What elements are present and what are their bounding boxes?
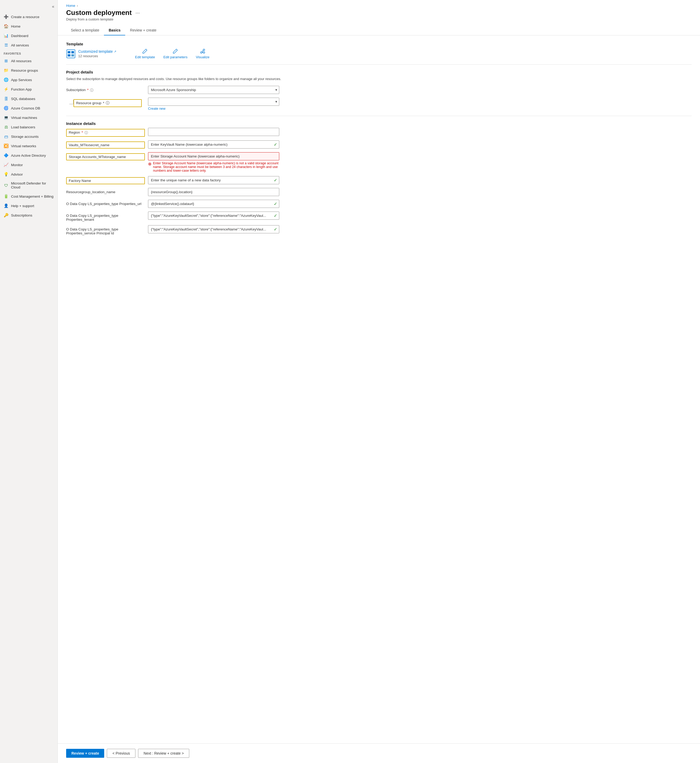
sidebar-item-app-services[interactable]: 🌐App Services <box>0 75 58 84</box>
field-input-region[interactable] <box>148 128 279 136</box>
field-control-region <box>148 128 279 136</box>
sidebar-item-monitor[interactable]: 📈Monitor <box>0 160 58 170</box>
tab-select-template[interactable]: Select a template <box>66 25 104 36</box>
sidebar-collapse-area: « <box>0 2 58 12</box>
field-row-vaults-name: Vaults_MTkvsecret_nameEnter KeyVault Nam… <box>66 141 692 149</box>
visualize-action[interactable]: Visualize <box>196 48 209 59</box>
svg-rect-1 <box>68 51 70 53</box>
sidebar-icon-home: 🏠 <box>4 24 8 29</box>
template-section-title: Template <box>66 42 692 46</box>
field-label-vaults-name: Vaults_MTkvsecret_name <box>66 141 145 149</box>
field-check-icon-vaults-name: ✓ <box>274 142 277 147</box>
sidebar-item-microsoft-defender[interactable]: 🛡Microsoft Defender for Cloud <box>0 179 58 192</box>
field-label-text-storage-name: Storage Accounts_MTstorage_name <box>69 155 126 159</box>
svg-rect-4 <box>71 54 74 56</box>
sidebar-icon-sql-databases: 🗄 <box>4 96 8 101</box>
project-details-title: Project details <box>66 70 692 74</box>
sidebar-item-azure-cosmos-db[interactable]: 🌀Azure Cosmos DB <box>0 103 58 113</box>
subscription-info-icon[interactable]: ⓘ <box>90 88 94 93</box>
subscription-required: * <box>87 88 89 92</box>
create-new-link[interactable]: Create new <box>148 106 279 111</box>
field-control-vaults-name: Enter KeyVault Name (lowercase alpha-num… <box>148 141 279 149</box>
sidebar-item-resource-groups[interactable]: 📁Resource groups <box>0 66 58 75</box>
template-name-link[interactable]: Customized template ↗ <box>78 49 116 53</box>
sidebar: « ➕Create a resource🏠Home📊Dashboard☰All … <box>0 0 58 763</box>
sidebar-item-sql-databases[interactable]: 🗄SQL databases <box>0 94 58 103</box>
resource-group-info-icon[interactable]: ⓘ <box>106 101 109 106</box>
field-control-rg-location <box>148 188 279 196</box>
breadcrumb-home[interactable]: Home <box>66 4 75 8</box>
resource-group-required: * <box>103 101 104 105</box>
sidebar-icon-function-app: ⚡ <box>4 87 8 92</box>
sidebar-item-storage-accounts[interactable]: 🗃Storage accounts <box>0 132 58 141</box>
breadcrumb-separator: › <box>77 4 78 8</box>
edit-parameters-label: Edit parameters <box>163 55 188 59</box>
visualize-label: Visualize <box>196 55 209 59</box>
sidebar-icon-cost-management: 🔋 <box>4 194 8 199</box>
field-select-odata-principal[interactable]: {"type":"AzureKeyVaultSecret","store":{"… <box>148 225 279 233</box>
resource-group-select[interactable] <box>148 98 279 106</box>
breadcrumb: Home › <box>58 0 700 8</box>
field-control-storage-name: ⊗Enter Storage Account Name (lowercase a… <box>148 152 279 172</box>
collapse-button[interactable]: « <box>51 3 55 10</box>
sidebar-label-dashboard: Dashboard <box>11 34 28 38</box>
field-label-text-region: Region <box>69 130 80 134</box>
sidebar-item-function-app[interactable]: ⚡Function App <box>0 84 58 94</box>
field-select-factory-name[interactable]: Enter the unique name of a new data fact… <box>148 176 279 184</box>
sidebar-item-cost-management[interactable]: 🔋Cost Management + Billing <box>0 192 58 201</box>
sidebar-item-all-resources[interactable]: ⊞All resources <box>0 56 58 66</box>
field-select-odata-url[interactable]: @{linkedService().odataurl} <box>148 200 279 208</box>
field-input-storage-name[interactable] <box>148 152 279 160</box>
sidebar-item-load-balancers[interactable]: ⚖Load balancers <box>0 122 58 132</box>
template-resources: 12 resources <box>78 54 116 58</box>
field-select-odata-tenant[interactable]: {"type":"AzureKeyVaultSecret","store":{"… <box>148 211 279 220</box>
next-button[interactable]: Next : Review + create > <box>138 749 189 758</box>
sidebar-label-azure-active-directory: Azure Active Directory <box>11 153 46 158</box>
field-label-rg-location: Resourcegroup_location_name <box>66 188 145 194</box>
field-input-rg-location[interactable] <box>148 188 279 196</box>
sidebar-item-virtual-machines[interactable]: 💻Virtual machines <box>0 113 58 122</box>
error-icon-storage-name: ⊗ <box>148 161 152 166</box>
sidebar-label-sql-databases: SQL databases <box>11 97 36 101</box>
project-details-desc: Select the subscription to manage deploy… <box>66 77 692 81</box>
field-control-odata-url: @{linkedService().odataurl}✓ <box>148 200 279 208</box>
field-label-region: Region*ⓘ <box>66 129 145 137</box>
sidebar-label-azure-cosmos-db: Azure Cosmos DB <box>11 106 40 110</box>
field-check-icon-odata-principal: ✓ <box>274 227 277 232</box>
sidebar-item-home[interactable]: 🏠Home <box>0 22 58 31</box>
edit-parameters-action[interactable]: Edit parameters <box>163 48 188 59</box>
field-check-icon-odata-url: ✓ <box>274 201 277 206</box>
field-select-vaults-name[interactable]: Enter KeyVault Name (lowercase alpha-num… <box>148 141 279 149</box>
field-info-icon-region[interactable]: ⓘ <box>84 130 88 135</box>
more-options-button[interactable]: ··· <box>134 10 141 16</box>
sidebar-item-help-support[interactable]: 👤Help + support <box>0 201 58 211</box>
sidebar-icon-load-balancers: ⚖ <box>4 125 8 130</box>
sidebar-item-advisor[interactable]: 💡Advisor <box>0 170 58 179</box>
tab-review-create[interactable]: Review + create <box>125 25 161 36</box>
sidebar-icon-microsoft-defender: 🛡 <box>4 183 8 188</box>
field-label-text-factory-name: Factory Name <box>69 179 91 183</box>
resource-group-control: ▾ Create new <box>148 98 279 111</box>
tab-basics[interactable]: Basics <box>104 25 125 36</box>
content-area: Template Cus <box>58 36 700 743</box>
sidebar-icon-resource-groups: 📁 <box>4 68 8 73</box>
field-label-text-odata-tenant: O Data Copy LS_properties_type Propertie… <box>66 214 145 222</box>
field-control-odata-tenant: {"type":"AzureKeyVaultSecret","store":{"… <box>148 211 279 220</box>
review-create-button[interactable]: Review + create <box>66 749 104 758</box>
tabs-bar: Select a templateBasicsReview + create <box>58 25 700 36</box>
sidebar-item-all-services[interactable]: ☰All services <box>0 41 58 50</box>
project-details-section: Project details Select the subscription … <box>66 70 692 111</box>
sidebar-item-create-resource[interactable]: ➕Create a resource <box>0 12 58 22</box>
sidebar-item-azure-active-directory[interactable]: 🔷Azure Active Directory <box>0 151 58 160</box>
svg-rect-2 <box>71 51 74 53</box>
edit-template-action[interactable]: Edit template <box>135 48 155 59</box>
previous-button[interactable]: < Previous <box>107 749 136 758</box>
field-check-icon-factory-name: ✓ <box>274 178 277 183</box>
sidebar-item-virtual-networks[interactable]: 🔀Virtual networks <box>0 141 58 151</box>
sidebar-item-dashboard[interactable]: 📊Dashboard <box>0 31 58 41</box>
sidebar-item-subscriptions[interactable]: 🔑Subscriptions <box>0 211 58 220</box>
field-select-wrapper-odata-url: @{linkedService().odataurl}✓ <box>148 200 279 208</box>
sidebar-icon-azure-cosmos-db: 🌀 <box>4 106 8 111</box>
sidebar-icon-monitor: 📈 <box>4 163 8 167</box>
subscription-select[interactable]: Microsoft Azure Sponsorship <box>148 86 279 94</box>
